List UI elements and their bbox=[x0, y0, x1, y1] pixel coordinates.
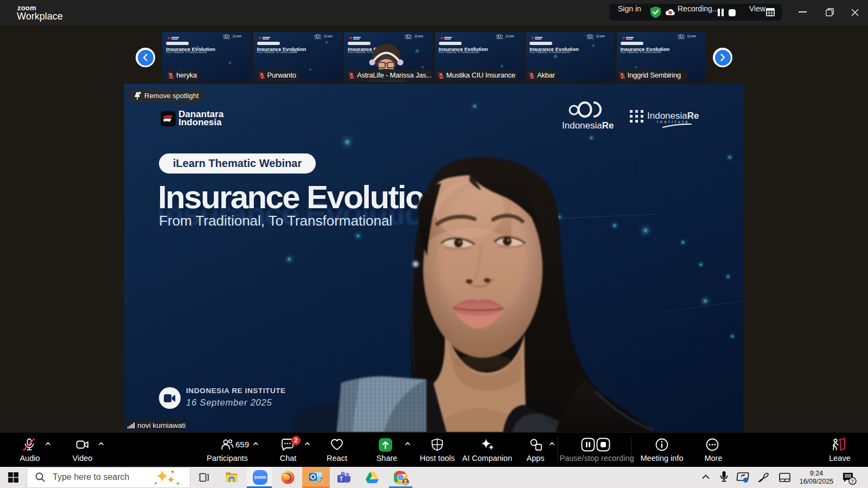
svg-text:7: 7 bbox=[851, 478, 854, 484]
svg-text:T: T bbox=[340, 476, 343, 482]
